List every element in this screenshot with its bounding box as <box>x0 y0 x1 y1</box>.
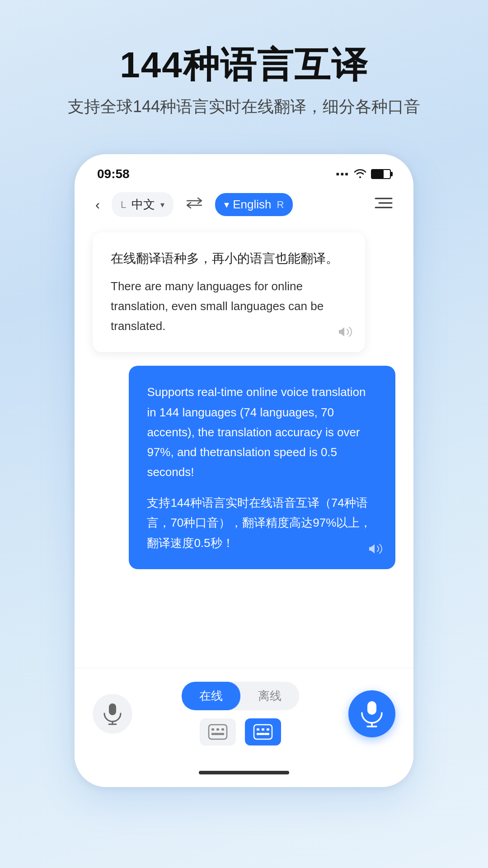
chat-area: 在线翻译语种多，再小的语言也能翻译。 There are many langua… <box>75 223 413 668</box>
mic-button-left[interactable] <box>93 694 132 734</box>
bubble-left-cn: 在线翻译语种多，再小的语言也能翻译。 <box>111 249 347 269</box>
dropdown-arrow-icon: ▾ <box>160 200 164 210</box>
svg-rect-22 <box>259 733 262 735</box>
svg-rect-15 <box>254 725 272 739</box>
svg-rect-9 <box>221 728 224 731</box>
bubble-left: 在线翻译语种多，再小的语言也能翻译。 There are many langua… <box>93 232 365 352</box>
lang-right-flag: ▾ <box>224 199 229 211</box>
lang-left-selector[interactable]: L 中文 ▾ <box>112 192 174 217</box>
lang-right-selector[interactable]: ▾ English R <box>215 193 293 216</box>
main-title: 144种语言互译 <box>68 45 420 85</box>
wifi-icon <box>354 167 366 181</box>
sub-title: 支持全球144种语言实时在线翻译，细分各种口音 <box>68 96 420 118</box>
svg-rect-10 <box>211 733 214 735</box>
bubble-right-cn: 支持144种语言实时在线语音互译（74种语言，70种口音），翻译精度高达97%以… <box>147 493 377 553</box>
svg-rect-17 <box>262 728 264 731</box>
mode-offline-button[interactable]: 离线 <box>240 682 299 710</box>
phone-wrapper: 09:58 ▪▪▪ ‹ L 中文 <box>75 154 413 787</box>
phone-mockup: 09:58 ▪▪▪ ‹ L 中文 <box>75 154 413 787</box>
svg-rect-7 <box>211 728 214 731</box>
swap-button[interactable] <box>181 193 208 216</box>
signal-icon: ▪▪▪ <box>336 168 349 180</box>
keyboard-button-right[interactable] <box>245 718 281 745</box>
keyboard-button-left[interactable] <box>200 718 236 745</box>
svg-rect-16 <box>257 728 259 731</box>
svg-rect-18 <box>267 728 269 731</box>
svg-rect-3 <box>109 703 116 715</box>
svg-rect-8 <box>216 728 219 731</box>
svg-rect-23 <box>264 733 267 735</box>
bubble-left-en: There are many languages for online tran… <box>111 276 347 336</box>
svg-rect-6 <box>209 725 227 739</box>
sound-icon-right[interactable] <box>368 542 383 558</box>
bubble-right-en: Supports real-time online voice translat… <box>147 382 377 482</box>
lang-left-label: L <box>121 199 126 211</box>
lang-left-text: 中文 <box>131 197 155 212</box>
mic-button-right[interactable] <box>348 690 395 737</box>
bubble-right: Supports real-time online voice translat… <box>129 366 395 569</box>
svg-rect-14 <box>219 733 222 735</box>
mode-switch: 在线 离线 <box>143 682 338 745</box>
svg-rect-24 <box>367 701 376 715</box>
menu-button[interactable] <box>370 193 397 216</box>
battery-icon <box>371 169 391 179</box>
status-icons: ▪▪▪ <box>336 167 391 181</box>
header-section: 144种语言互译 支持全球144种语言实时在线翻译，细分各种口音 <box>68 0 420 118</box>
back-button[interactable]: ‹ <box>91 194 104 215</box>
status-bar: 09:58 ▪▪▪ <box>75 154 413 186</box>
bottom-toolbar: 在线 离线 <box>75 668 413 764</box>
nav-bar: ‹ L 中文 ▾ ▾ English R <box>75 186 413 223</box>
lang-right-text: English <box>233 198 271 212</box>
online-offline-toggle[interactable]: 在线 离线 <box>182 682 299 710</box>
svg-rect-19 <box>257 733 259 735</box>
sound-icon-left[interactable] <box>338 326 352 341</box>
home-bar <box>199 771 289 774</box>
mode-online-button[interactable]: 在线 <box>182 682 240 710</box>
status-time: 09:58 <box>97 167 130 181</box>
lang-right-label: R <box>277 199 284 211</box>
svg-rect-13 <box>214 733 217 735</box>
keyboard-row <box>200 718 281 745</box>
